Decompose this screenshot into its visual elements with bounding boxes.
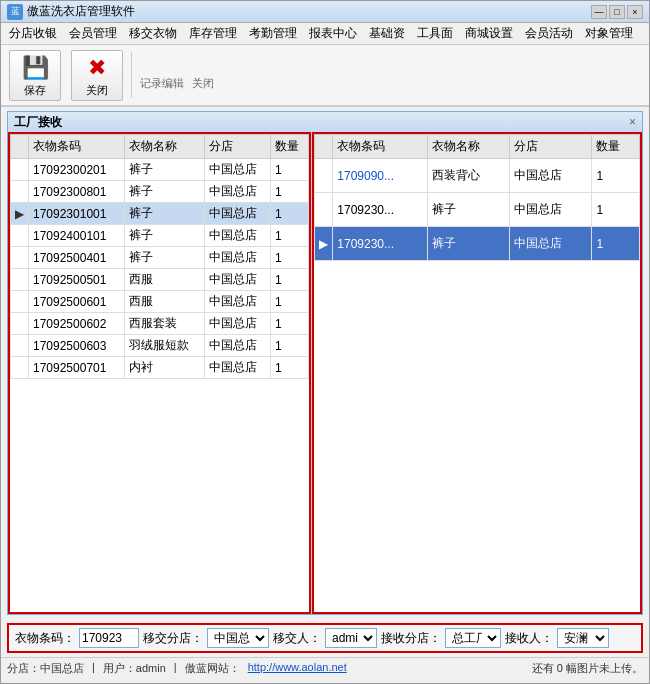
table-row[interactable]: 17092300201 裤子 中国总店 1 (11, 159, 309, 181)
cloth-code: 17092500603 (29, 335, 125, 357)
branch: 中国总店 (204, 291, 270, 313)
menu-jichu[interactable]: 基础资 (363, 23, 411, 44)
row-arrow (11, 357, 29, 379)
save-button[interactable]: 💾 保存 (9, 50, 61, 101)
qty: 1 (592, 159, 640, 193)
qty: 1 (270, 159, 308, 181)
cloth-code: 17092500701 (29, 357, 125, 379)
cloth-code-input[interactable] (79, 628, 139, 648)
receive-branch-select[interactable]: 总工厂 (445, 628, 501, 648)
status-website-label: 傲蓝网站： (185, 661, 240, 676)
branch: 中国总店 (204, 313, 270, 335)
transfer-branch-label: 移交分店： (143, 630, 203, 647)
status-website-link[interactable]: http://www.aolan.net (248, 661, 347, 676)
cloth-code: 1709090... (333, 159, 428, 193)
row-arrow (11, 181, 29, 203)
row-arrow: ▶ (11, 203, 29, 225)
toolbar-group-label-2: 关闭 (192, 76, 214, 91)
left-col-code: 衣物条码 (29, 135, 125, 159)
status-separator: | (92, 661, 95, 676)
table-row[interactable]: 17092500701 内衬 中国总店 1 (11, 357, 309, 379)
transfer-branch-select[interactable]: 中国总店 (207, 628, 269, 648)
table-row[interactable]: 17092500602 西服套装 中国总店 1 (11, 313, 309, 335)
row-arrow (11, 335, 29, 357)
row-arrow (315, 159, 333, 193)
table-row[interactable]: 1709230... 裤子 中国总店 1 (315, 193, 640, 227)
save-label: 保存 (24, 83, 46, 98)
left-col-qty: 数量 (270, 135, 308, 159)
receive-branch-label: 接收分店： (381, 630, 441, 647)
menu-shangcheng[interactable]: 商城设置 (459, 23, 519, 44)
cloth-name: 西服套装 (124, 313, 204, 335)
menu-fendian[interactable]: 分店收银 (3, 23, 63, 44)
row-arrow (11, 291, 29, 313)
left-col-arrow (11, 135, 29, 159)
cloth-code-label: 衣物条码： (15, 630, 75, 647)
menu-huiyuanhuodong[interactable]: 会员活动 (519, 23, 579, 44)
maximize-button[interactable]: □ (609, 5, 625, 19)
transfer-person-select[interactable]: admin (325, 628, 377, 648)
transfer-person-label: 移交人： (273, 630, 321, 647)
cloth-name: 内衬 (124, 357, 204, 379)
table-row[interactable]: ▶ 17092301001 裤子 中国总店 1 (11, 203, 309, 225)
status-separator2: | (174, 661, 177, 676)
cloth-name: 裤子 (124, 181, 204, 203)
panel-close-button[interactable]: × (629, 115, 636, 129)
cloth-name: 西装背心 (428, 159, 510, 193)
factory-receive-panel: 工厂接收 × 衣物条码 衣物名称 分店 (7, 111, 643, 615)
cloth-code: 17092300801 (29, 181, 125, 203)
receiver-select[interactable]: 安澜 (557, 628, 609, 648)
menu-yijiao[interactable]: 移交衣物 (123, 23, 183, 44)
row-arrow (11, 225, 29, 247)
cloth-name: 裤子 (124, 159, 204, 181)
panel-body: 衣物条码 衣物名称 分店 数量 17092300201 (8, 132, 642, 614)
menu-gongju[interactable]: 工具面 (411, 23, 459, 44)
right-table: 衣物条码 衣物名称 分店 数量 1709090... (314, 134, 640, 261)
table-row[interactable]: 17092500501 西服 中国总店 1 (11, 269, 309, 291)
menu-baobiao[interactable]: 报表中心 (303, 23, 363, 44)
table-row[interactable]: 17092500401 裤子 中国总店 1 (11, 247, 309, 269)
cloth-name: 西服 (124, 269, 204, 291)
save-icon: 💾 (22, 55, 49, 81)
left-table-wrapper: 衣物条码 衣物名称 分店 数量 17092300201 (8, 132, 311, 614)
table-row[interactable]: ▶ 1709230... 裤子 中国总店 1 (315, 227, 640, 261)
table-row[interactable]: 17092400101 裤子 中国总店 1 (11, 225, 309, 247)
right-table-area: 衣物条码 衣物名称 分店 数量 1709090... (312, 132, 642, 614)
branch: 中国总店 (510, 227, 592, 261)
table-row[interactable]: 17092300801 裤子 中国总店 1 (11, 181, 309, 203)
branch: 中国总店 (204, 247, 270, 269)
cloth-name: 裤子 (124, 225, 204, 247)
right-col-arrow (315, 135, 333, 159)
close-button[interactable]: ✖ 关闭 (71, 50, 123, 101)
right-col-branch: 分店 (510, 135, 592, 159)
cloth-code: 17092500601 (29, 291, 125, 313)
cloth-name: 西服 (124, 291, 204, 313)
menu-bar: 分店收银 会员管理 移交衣物 库存管理 考勤管理 报表中心 基础资 工具面 商城… (1, 23, 649, 45)
cloth-code: 17092300201 (29, 159, 125, 181)
cloth-code: 17092500602 (29, 313, 125, 335)
bottom-input-bar: 衣物条码： 移交分店： 中国总店 移交人： admin 接收分店： 总工厂 接收… (7, 623, 643, 653)
cloth-code: 17092500501 (29, 269, 125, 291)
qty: 1 (270, 313, 308, 335)
branch: 中国总店 (204, 181, 270, 203)
table-row[interactable]: 17092500601 西服 中国总店 1 (11, 291, 309, 313)
left-col-name: 衣物名称 (124, 135, 204, 159)
right-col-code: 衣物条码 (333, 135, 428, 159)
minimize-button[interactable]: — (591, 5, 607, 19)
qty: 1 (270, 203, 308, 225)
cloth-name: 裤子 (124, 247, 204, 269)
menu-kucun[interactable]: 库存管理 (183, 23, 243, 44)
branch: 中国总店 (204, 357, 270, 379)
toolbar-group-label-1: 记录编辑 (140, 76, 184, 91)
menu-kaoqin[interactable]: 考勤管理 (243, 23, 303, 44)
qty: 1 (270, 181, 308, 203)
receiver-label: 接收人： (505, 630, 553, 647)
table-row[interactable]: 1709090... 西装背心 中国总店 1 (315, 159, 640, 193)
menu-duixiang[interactable]: 对象管理 (579, 23, 639, 44)
branch: 中国总店 (204, 269, 270, 291)
window-close-button[interactable]: × (627, 5, 643, 19)
cloth-name: 羽绒服短款 (124, 335, 204, 357)
table-row[interactable]: 17092500603 羽绒服短款 中国总店 1 (11, 335, 309, 357)
menu-huiyuan[interactable]: 会员管理 (63, 23, 123, 44)
row-arrow: ▶ (315, 227, 333, 261)
